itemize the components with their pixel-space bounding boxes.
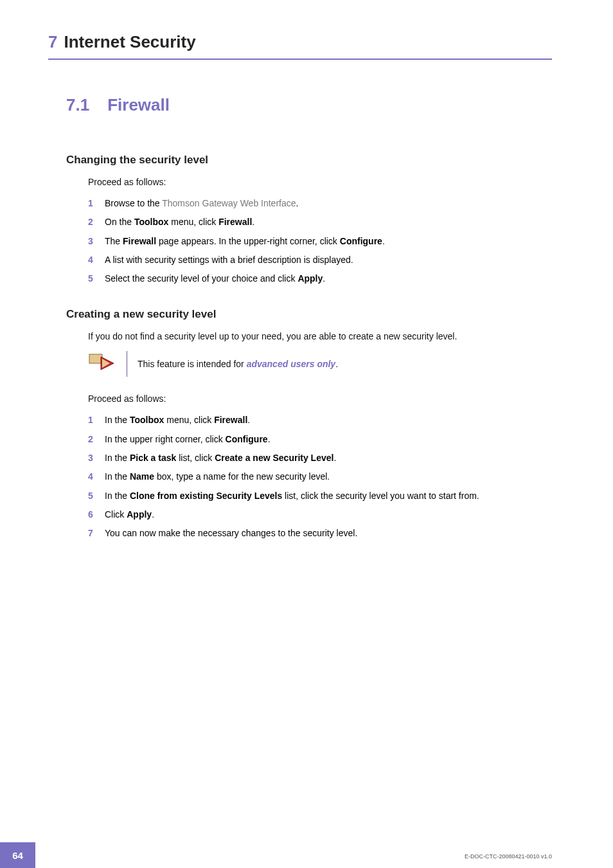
list-item: 6 Click Apply. [88, 508, 552, 521]
text-fragment: Browse to the [105, 198, 162, 208]
bold-text: Toolbox [130, 415, 164, 425]
note-divider [127, 351, 127, 377]
bold-text: Apply [298, 273, 323, 284]
text-fragment: . [152, 509, 154, 520]
section-header: 7.1Firewall [66, 95, 552, 115]
step-number: 4 [88, 253, 96, 266]
step-text: Select the security level of your choice… [105, 272, 325, 285]
step-number: 6 [88, 508, 96, 521]
text-fragment: box, type a name for the new security le… [154, 471, 330, 482]
link-text[interactable]: Thomson Gateway Web Interface [162, 198, 296, 208]
text-fragment: In the [105, 491, 130, 501]
step-number: 5 [88, 272, 96, 285]
section-number: 7.1 [66, 95, 89, 114]
bold-text: Apply [127, 509, 152, 520]
list-item: 2 On the Toolbox menu, click Firewall. [88, 215, 552, 228]
step-text: In the Clone from existing Security Leve… [105, 489, 479, 502]
text-fragment: list, click the security level you want … [282, 491, 479, 501]
subsection-heading: Changing the security level [66, 154, 552, 167]
text-fragment: menu, click [164, 415, 214, 425]
bold-text: Firewall [123, 236, 156, 246]
bold-text: Toolbox [134, 217, 168, 227]
document-id: E-DOC-CTC-20080421-0010 v1.0 [465, 853, 552, 860]
text-fragment: Select the security level of your choice… [105, 273, 298, 284]
body-text: Proceed as follows: [88, 392, 552, 406]
list-item: 1 In the Toolbox menu, click Firewall. [88, 413, 552, 426]
bold-text: Firewall [214, 415, 247, 425]
page-number: 64 [0, 842, 35, 868]
step-number: 2 [88, 433, 96, 446]
text-fragment: . [335, 359, 338, 369]
text-fragment: . [247, 415, 250, 425]
text-fragment: . [252, 217, 254, 227]
list-item: 2 In the upper right corner, click Confi… [88, 433, 552, 446]
step-text: In the Pick a task list, click Create a … [105, 451, 336, 464]
text-fragment: . [268, 434, 271, 444]
text-fragment: menu, click [168, 217, 218, 227]
text-fragment: In the [105, 415, 130, 425]
step-text: In the Toolbox menu, click Firewall. [105, 413, 250, 426]
step-number: 4 [88, 470, 96, 483]
text-fragment: . [382, 236, 385, 246]
text-fragment: In the [105, 453, 130, 463]
step-number: 3 [88, 235, 96, 248]
step-number: 2 [88, 215, 96, 228]
text-fragment: In the [105, 471, 130, 482]
list-item: 3 In the Pick a task list, click Create … [88, 451, 552, 464]
chapter-title: Internet Security [64, 32, 195, 52]
text-fragment: . [296, 198, 299, 208]
chapter-number: 7 [48, 32, 57, 52]
bold-text: Name [130, 471, 154, 482]
step-number: 7 [88, 527, 96, 539]
step-text: The Firewall page appears. In the upper-… [105, 235, 385, 248]
list-item: 5 Select the security level of your choi… [88, 272, 552, 285]
bold-text: Clone from existing Security Levels [130, 491, 282, 501]
text-fragment: list, click [176, 453, 215, 463]
ordered-list: 1 Browse to the Thomson Gateway Web Inte… [88, 197, 552, 285]
text-fragment: On the [105, 217, 134, 227]
bold-text: Configure [340, 236, 382, 246]
text-fragment: This feature is intended for [138, 359, 247, 369]
bold-text: Create a new Security Level [215, 453, 333, 463]
section-title: Firewall [107, 95, 170, 114]
list-item: 1 Browse to the Thomson Gateway Web Inte… [88, 197, 552, 210]
chapter-header: 7 Internet Security [48, 32, 552, 60]
bold-text: Pick a task [130, 453, 176, 463]
step-text: On the Toolbox menu, click Firewall. [105, 215, 254, 228]
bold-text: Firewall [218, 217, 252, 227]
list-item: 5 In the Clone from existing Security Le… [88, 489, 552, 502]
text-fragment: . [323, 273, 325, 284]
emphasis-text: advanced users only [247, 359, 336, 369]
step-number: 3 [88, 451, 96, 464]
note-text: This feature is intended for advanced us… [138, 357, 338, 371]
step-text: In the Name box, type a name for the new… [105, 470, 330, 483]
hand-pointing-icon [88, 352, 116, 376]
text-fragment: page appears. In the upper-right corner,… [156, 236, 340, 246]
step-number: 5 [88, 489, 96, 502]
step-number: 1 [88, 413, 96, 426]
list-item: 7 You can now make the necessary changes… [88, 527, 552, 539]
step-text: You can now make the necessary changes t… [105, 527, 357, 539]
step-text: Click Apply. [105, 508, 154, 521]
text-fragment: In the upper right corner, click [105, 434, 226, 444]
list-item: 3 The Firewall page appears. In the uppe… [88, 235, 552, 248]
text-fragment: . [333, 453, 336, 463]
ordered-list: 1 In the Toolbox menu, click Firewall. 2… [88, 413, 552, 539]
list-item: 4 A list with security settings with a b… [88, 253, 552, 266]
body-text: If you do not find a security level up t… [88, 330, 552, 343]
text-fragment: Click [105, 509, 127, 520]
bold-text: Configure [226, 434, 268, 444]
step-text: A list with security settings with a bri… [105, 253, 353, 266]
subsection-heading: Creating a new security level [66, 308, 552, 321]
text-fragment: The [105, 236, 123, 246]
list-item: 4 In the Name box, type a name for the n… [88, 470, 552, 483]
body-text: Proceed as follows: [88, 176, 552, 189]
svg-rect-0 [89, 354, 102, 363]
step-number: 1 [88, 197, 96, 210]
step-text: Browse to the Thomson Gateway Web Interf… [105, 197, 298, 210]
step-text: In the upper right corner, click Configu… [105, 433, 271, 446]
note-box: This feature is intended for advanced us… [88, 351, 552, 377]
